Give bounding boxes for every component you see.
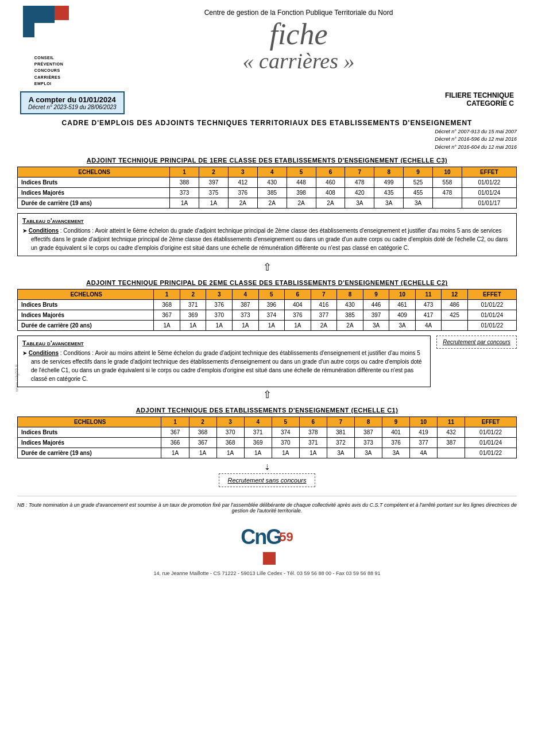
decret-2: Décret n° 2016-596 du 12 mai 2016 [17,136,517,144]
table1-majores-6: 408 [316,188,345,198]
table2-duree-4: 1A [232,321,258,331]
decret-1: Décret n° 2007-913 du 15 mai 2007 [17,128,517,136]
filiere-label: FILIERE TECHNIQUE [445,91,514,99]
table2-bruts-8: 430 [337,300,363,310]
table2: ECHELONS 1 2 3 4 5 6 7 8 9 10 11 12 EFFE… [17,289,517,331]
table3-col-4: 4 [244,417,272,427]
table1-col-2: 2 [199,167,229,178]
avancement2-flex: Tableau d'avancement ➤ Conditions : Cond… [17,335,517,387]
recrutement-sans-concours-box: Recrutement sans concours [219,473,316,487]
table3-majores-9: 376 [382,438,409,448]
table3-label-bruts: Indices Bruts [18,427,161,438]
table1-col-echelons: ECHELONS [18,167,170,178]
table1-label-majores: Indices Majorés [18,188,170,198]
table3-duree-4: 1A [244,448,272,458]
header-center: Centre de gestion de la Fonction Publiqu… [80,6,517,74]
arrow-icon-2: ➤ [22,350,29,356]
table3-duree-effet: 01/01/22 [465,448,517,458]
table3-majores-effet: 01/01/24 [465,438,517,448]
table1-duree-6: 2A [316,198,345,209]
table3-bruts-effet: 01/01/22 [465,427,517,438]
table3-bruts-4: 371 [244,427,272,438]
table2-col-3: 3 [206,290,233,300]
table3-title: Adjoint technique des etablissements d'e… [17,407,517,414]
table2-majores-10: 409 [389,310,416,321]
avancement2-text: ➤ Conditions : Conditions : Avoir au moi… [22,349,425,383]
table3-duree-11 [438,448,465,458]
table2-majores-2: 369 [180,310,206,321]
sidebar-text: CONSEILPRÉVENTIONCONCOURSCARRIÈRESEMPLOI [34,55,64,87]
table2-majores-12: 425 [442,310,468,321]
table1-majores-1: 373 [170,188,199,198]
table1-bruts-3: 412 [228,178,257,188]
table1-duree-1: 1A [170,198,199,209]
up-arrow-1: ⇧ [17,261,517,273]
avancement1-title: Tableau d'avancement [22,217,512,224]
table1-label-duree: Durée de carrière (19 ans) [18,198,170,209]
table3-bruts-1: 367 [161,427,189,438]
table2-duree-1: 1A [154,321,180,331]
table2-header-row: ECHELONS 1 2 3 4 5 6 7 8 9 10 11 12 EFFE… [18,290,517,300]
table1-majores-4: 385 [257,188,287,198]
table2-col-7: 7 [311,290,337,300]
table3-majores-3: 368 [216,438,244,448]
table2-col-9: 9 [363,290,389,300]
table2-duree-11: 4A [415,321,442,331]
footer-address: 14, rue Jeanne Maillotte - CS 71222 - 59… [153,570,380,576]
table1-col-10: 10 [433,167,462,178]
logo-area: CONSEILPRÉVENTIONCONCOURSCARRIÈRESEMPLOI [17,6,80,87]
table2-duree-10: 3A [389,321,416,331]
table3-col-effet: EFFET [465,417,517,427]
table2-col-echelons: ECHELONS [18,290,154,300]
table1-bruts-5: 448 [287,178,316,188]
table1-majores-effet: 01/01/24 [462,188,516,198]
table1-duree-4: 2A [257,198,287,209]
table2-majores-11: 417 [415,310,442,321]
table1-bruts-1: 388 [170,178,199,188]
table2-duree-9: 3A [363,321,389,331]
cdg-logo-block: CnG 59 [241,525,293,565]
table3-duree-3: 1A [216,448,244,458]
table2-label-duree: Durée de carrière (20 ans) [18,321,154,331]
table2-row-duree: Durée de carrière (20 ans) 1A 1A 1A 1A 1… [18,321,517,331]
table3-col-2: 2 [189,417,216,427]
table2-duree-effet: 01/01/22 [467,321,516,331]
footer-logo: CnG 59 [241,525,293,565]
table1-col-9: 9 [404,167,433,178]
table2-duree-8: 2A [337,321,363,331]
table2-col-8: 8 [337,290,363,300]
avancement2-body: Conditions : Avoir au moins atteint le 5… [31,350,422,382]
table3-col-8: 8 [354,417,382,427]
table2-majores-7: 377 [311,310,337,321]
table2-majores-1: 367 [154,310,180,321]
table1-header-row: ECHELONS 1 2 3 4 5 6 7 8 9 10 EFFET [18,167,517,178]
table3-bruts-5: 374 [272,427,299,438]
table1-bruts-effet: 01/01/22 [462,178,516,188]
table2-bruts-effet: 01/01/22 [467,300,516,310]
table1-col-4: 4 [257,167,287,178]
table1-majores-3: 376 [228,188,257,198]
table1-majores-9: 455 [404,188,433,198]
table1-duree-3: 2A [228,198,257,209]
table3-majores-8: 373 [354,438,382,448]
table1-col-effet: EFFET [462,167,516,178]
table3-majores-7: 372 [327,438,354,448]
table2-majores-effet: 01/01/24 [467,310,516,321]
info-box: A compter du 01/01/2024 Décret n° 2023-5… [17,91,517,114]
table3-bruts-10: 419 [410,427,438,438]
table3-majores-5: 370 [272,438,299,448]
table3-col-11: 11 [438,417,465,427]
table3-row-bruts: Indices Bruts 367 368 370 371 374 378 38… [18,427,517,438]
table1-bruts-9: 525 [404,178,433,188]
table1-duree-8: 3A [374,198,404,209]
table2-col-effet: EFFET [467,290,516,300]
table2-bruts-2: 371 [180,300,206,310]
table2-row-bruts: Indices Bruts 368 371 376 387 396 404 41… [18,300,517,310]
table1-duree-5: 2A [287,198,316,209]
table1-bruts-6: 460 [316,178,345,188]
table1-row-duree: Durée de carrière (19 ans) 1A 1A 2A 2A 2… [18,198,517,209]
table3: ECHELONS 1 2 3 4 5 6 7 8 9 10 11 EFFET I… [17,416,517,458]
date-main: A compter du 01/01/2024 [28,95,117,104]
section-table1: Adjoint technique principal de 1ere clas… [17,157,517,209]
categorie-label: CATEGORIE C [445,99,514,107]
